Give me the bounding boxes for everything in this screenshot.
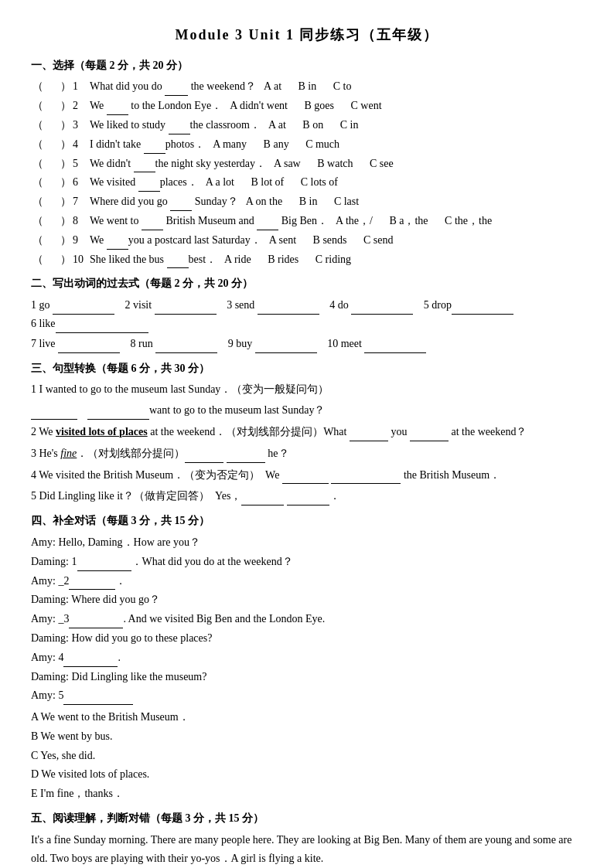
choice-item: C Yes, she did. bbox=[31, 747, 583, 765]
page-title: Module 3 Unit 1 同步练习（五年级） bbox=[31, 23, 583, 47]
list-item: 1 I wanted to go to the museum last Sund… bbox=[31, 380, 583, 399]
list-item: 3 He's fine．（对划线部分提问） he？ bbox=[31, 444, 583, 463]
list-item: （ ） 9 We you a postcard last Saturday． A… bbox=[31, 231, 583, 250]
fill-row-1: 1 go 2 visit 3 send 4 do 5 drop 6 like bbox=[31, 296, 583, 333]
dialog-line: Daming: 1．What did you do at the weekend… bbox=[31, 553, 583, 571]
section-2-title: 二、写出动词的过去式（每题 2 分，共 20 分） bbox=[31, 274, 583, 293]
dialog-line: Amy: 4. bbox=[31, 648, 583, 667]
list-item: （ ） 2 We to the London Eye． A didn't wen… bbox=[31, 97, 583, 115]
list-item: （ ） 8 We went to British Museum and Big … bbox=[31, 212, 583, 230]
dialog-line: Amy: 5 bbox=[31, 686, 583, 705]
section-1-title: 一、选择（每题 2 分，共 20 分） bbox=[31, 56, 583, 75]
choice-item: E I'm fine，thanks． bbox=[31, 785, 583, 803]
list-item: （ ） 4 I didn't take photos． A many B any… bbox=[31, 135, 583, 154]
reading-paragraph-1: It's a fine Sunday morning. There are ma… bbox=[31, 831, 583, 868]
choice-item: A We went to the British Museum． bbox=[31, 708, 583, 727]
choice-item: B We went by bus. bbox=[31, 727, 583, 746]
section-1: 一、选择（每题 2 分，共 20 分） （ ） 1 What did you d… bbox=[31, 56, 583, 269]
section-4: 四、补全对话（每题 3 分，共 15 分） Amy: Hello, Daming… bbox=[31, 512, 583, 803]
dialog-line: Daming: How did you go to these places? bbox=[31, 629, 583, 648]
list-item: 2 We visited lots of places at the weeke… bbox=[31, 423, 583, 441]
section-3: 三、句型转换（每题 6 分，共 30 分） 1 I wanted to go t… bbox=[31, 359, 583, 506]
section-3-title: 三、句型转换（每题 6 分，共 30 分） bbox=[31, 359, 583, 378]
section-2: 二、写出动词的过去式（每题 2 分，共 20 分） 1 go 2 visit 3… bbox=[31, 274, 583, 352]
list-item: 4 We visited the British Museum．（变为否定句） … bbox=[31, 466, 583, 485]
list-item: （ ） 5 We didn't the night sky yesterday．… bbox=[31, 155, 583, 173]
list-item: （ ） 3 We liked to study the classroom． A… bbox=[31, 116, 583, 134]
list-item: （ ） 1 What did you do the weekend？ A at … bbox=[31, 77, 583, 96]
choices-list: A We went to the British Museum． B We we… bbox=[31, 708, 583, 803]
section-5-title: 五、阅读理解，判断对错（每题 3 分，共 15 分） bbox=[31, 809, 583, 828]
dialog-line: Daming: Did Lingling like the museum? bbox=[31, 668, 583, 686]
section-4-title: 四、补全对话（每题 3 分，共 15 分） bbox=[31, 512, 583, 530]
list-item: （ ） 6 We visited places． A a lot B lot o… bbox=[31, 173, 583, 192]
list-item: want to go to the museum last Sunday？ bbox=[31, 401, 583, 420]
list-item: （ ） 10 She liked the bus best． A ride B … bbox=[31, 250, 583, 269]
list-item: 5 Did Lingling like it？（做肯定回答） Yes， ． bbox=[31, 487, 583, 505]
list-item: （ ） 7 Where did you go Sunday？ A on the … bbox=[31, 192, 583, 211]
dialog-line: Amy: _3. And we visited Big Ben and the … bbox=[31, 610, 583, 628]
dialog-line: Amy: _2． bbox=[31, 572, 583, 591]
dialog-line: Daming: Where did you go？ bbox=[31, 591, 583, 609]
dialog-line: Amy: Hello, Daming．How are you？ bbox=[31, 533, 583, 552]
fill-row-2: 7 live 8 run 9 buy 10 meet bbox=[31, 335, 583, 353]
choice-item: D We visited lots of places. bbox=[31, 765, 583, 784]
section-5: 五、阅读理解，判断对错（每题 3 分，共 15 分） It's a fine S… bbox=[31, 809, 583, 868]
